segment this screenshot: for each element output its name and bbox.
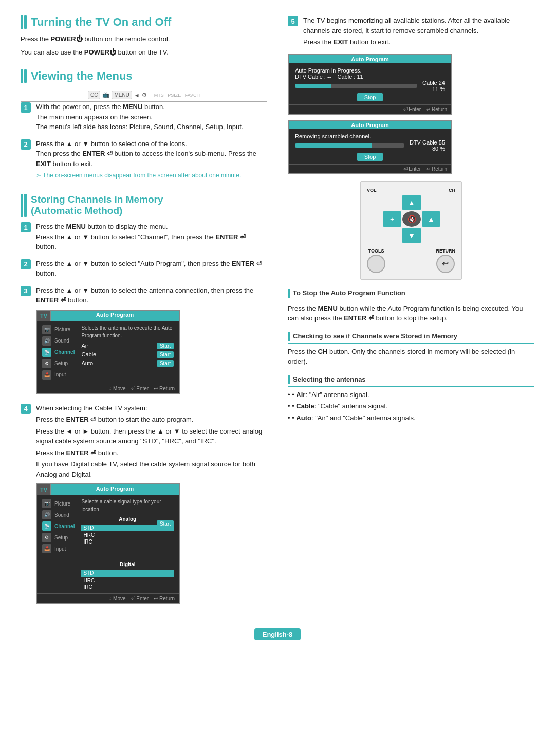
ap2-stop-btn[interactable]: Stop (357, 153, 383, 161)
dpad-down-btn[interactable]: ▼ (402, 228, 421, 243)
ap1-footer: ⏎ Enter ↩ Return (289, 104, 451, 114)
ap1-stop-btn[interactable]: Stop (357, 93, 383, 101)
s4-input-label: Input (54, 546, 66, 552)
selecting-antennas-title: Selecting the antennas (293, 375, 366, 383)
section-bar-viewing-menus (21, 69, 27, 83)
s4-setup-icon: ⚙ (42, 533, 51, 542)
return-btn[interactable]: ↩ (436, 255, 455, 273)
footer-return: ↩ Return (154, 386, 175, 391)
checking-channels-bar (288, 332, 290, 341)
ap1-progress-text: Cable 24 11 % (422, 80, 445, 92)
s4-menu-setup: ⚙ Setup (42, 532, 75, 543)
checking-channels-title: Checking to see if Channels were Stored … (293, 332, 457, 340)
sound-label: Sound (54, 338, 69, 344)
s4-footer-move: ↕ Move (109, 596, 125, 601)
tools-btn[interactable] (367, 255, 385, 273)
step-num-2: 2 (21, 139, 31, 150)
dpad-right-btn[interactable]: ▲ (422, 211, 440, 227)
ap1-progress-row: Cable 24 11 % (295, 80, 445, 92)
tv-screen-3-left-label: TV (37, 311, 51, 321)
tv-screen-4-left-label: TV (37, 484, 51, 495)
antenna-list: • Air: "Air" antenna signal. • Cable: "C… (288, 390, 534, 423)
step4-text2: Press the ENTER ⏎ button to start the au… (36, 415, 267, 425)
storing-step-2-text: Press the ▲ or ▼ button to select "Auto … (36, 259, 267, 279)
tv-icon: 📺 (102, 92, 109, 98)
settings-btn: ⚙ (142, 92, 147, 98)
channel-icon: 📡 (42, 348, 51, 357)
ap2-line1: Removing scrambled channel. (295, 133, 445, 139)
s4-setup-label: Setup (54, 535, 68, 541)
right-step-num-5: 5 (288, 16, 298, 26)
remote-bottom-row: TOOLS RETURN ↩ (367, 248, 455, 273)
ap1-footer-return: ↩ Return (426, 106, 447, 112)
air-start-btn[interactable]: Start (157, 343, 174, 349)
tv-screen-3-desc: Selects the antenna to execute the Auto … (81, 324, 174, 339)
turning-on-section-header: Turning the TV On and Off (21, 15, 267, 29)
ap1-line2: DTV Cable : -- Cable : 11 (295, 74, 445, 80)
dpad-mute-btn[interactable]: 🔇 (402, 211, 421, 227)
menu-item-picture: 📷 Picture (42, 324, 75, 335)
menu-btn: MENU (112, 91, 132, 99)
remote-control-graphic: VOL CH ▲ + 🔇 ▲ ▼ TOOLS (360, 181, 462, 280)
footer-enter: ⏎ Enter (131, 386, 149, 391)
picture-icon: 📷 (42, 325, 51, 334)
cable-option-row: Cable Start (81, 350, 174, 359)
menu-item-setup: ⚙ Setup (42, 358, 75, 369)
left-column: Turning the TV On and Off Press the POWE… (21, 15, 267, 613)
s4-input-icon: 📥 (42, 544, 51, 553)
tv-screen-3-content: 📷 Picture 🔊 Sound 📡 Channel (42, 324, 174, 381)
s4-sound-label: Sound (54, 512, 69, 518)
dpad-tr-empty (422, 195, 440, 210)
s4-menu-input: 📥 Input (42, 543, 75, 554)
step4-text3: Press the ◄ or ► button, then press the … (36, 426, 267, 446)
right-step-5: 5 The TV begins memorizing all available… (288, 15, 534, 49)
s4-picture-label: Picture (54, 501, 70, 507)
step4-text1: When selecting the Cable TV system: (36, 403, 267, 413)
dpad-left-btn[interactable]: + (383, 211, 401, 227)
right-step-5-content: The TV begins memorizing all available s… (303, 15, 534, 49)
setup-label: Setup (54, 361, 68, 366)
storing-step-num-2: 2 (21, 259, 31, 269)
hrc-option-analog: HRC (81, 532, 174, 538)
ap1-header: Auto Program (289, 55, 451, 63)
cable-start-btn[interactable]: Start (157, 351, 174, 358)
input-icon: 📥 (42, 370, 51, 380)
sound-icon: 🔊 (42, 336, 51, 346)
channel-label: Channel (54, 349, 75, 355)
storing-step-2: 2 Press the ▲ or ▼ button to select "Aut… (21, 259, 267, 280)
vol-label: VOL (367, 188, 377, 193)
step-1-content: With the power on, press the MENU button… (36, 102, 267, 134)
tv-screen-4-footer: ↕ Move ⏎ Enter ↩ Return (37, 593, 179, 603)
tools-btn-container: TOOLS (367, 248, 385, 273)
storing-step-num-1: 1 (21, 222, 31, 232)
tv-screen-3-footer: ↕ Move ⏎ Enter ↩ Return (37, 384, 179, 393)
storing-channels-section-header: Storing Channels in Memory (Automatic Me… (21, 194, 267, 217)
auto-start-btn[interactable]: Start (157, 360, 174, 367)
s4-menu-channel: 📡 Channel (42, 520, 75, 532)
stop-function-bar (288, 289, 290, 298)
stop-function-title: To Stop the Auto Program Function (293, 289, 405, 297)
cc-btn: CC (88, 91, 100, 99)
selecting-antennas-bar (288, 375, 290, 384)
hrc-option-digital: HRC (81, 577, 174, 584)
ap2-dtv-cable: DTV Cable 55 (410, 139, 445, 146)
storing-step-3-text: Press the ▲ or ▼ button to select the an… (36, 285, 267, 305)
step-1-text: With the power on, press the MENU button… (36, 102, 267, 132)
tools-label: TOOLS (367, 248, 385, 254)
turning-on-body1: Press the POWER⏻ button on the remote co… (21, 34, 267, 44)
step5-text1: The TV begins memorizing all available s… (303, 15, 534, 35)
auto-option-row: Auto Start (81, 359, 174, 368)
ap1-percent: 11 % (422, 86, 445, 92)
section-bar-storing (21, 194, 27, 217)
dpad-up-btn[interactable]: ▲ (402, 195, 421, 210)
s4-picture-icon: 📷 (42, 499, 51, 508)
ap2-header: Auto Program (289, 121, 451, 129)
viewing-menus-title: Viewing the Menus (31, 69, 133, 83)
start-btn-cable[interactable]: Start (157, 520, 174, 527)
irc-option-analog: IRC (81, 538, 174, 545)
ap2-percent: 80 % (410, 146, 445, 152)
menu-item-sound: 🔊 Sound (42, 335, 75, 347)
storing-step-2-content: Press the ▲ or ▼ button to select "Auto … (36, 259, 267, 280)
ap1-progress-bar-container (295, 84, 417, 88)
storing-title-group: Storing Channels in Memory (Automatic Me… (31, 194, 163, 217)
